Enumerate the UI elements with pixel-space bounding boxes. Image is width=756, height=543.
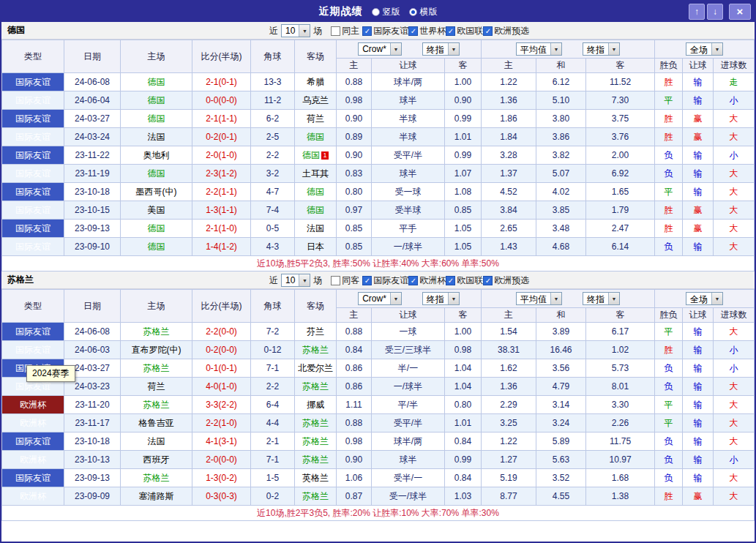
cell-avg-home: 3.84	[482, 201, 536, 220]
cell-odds-home: 0.80	[337, 183, 372, 201]
cell-score: 2-1(1-1)	[192, 110, 251, 128]
results-table: 类型 日期 主场 比分(半场) 角球 客场 Crow* ▼ 终指	[1, 40, 755, 272]
cell-result: 胜	[655, 341, 683, 359]
cell-goals: 大	[714, 220, 755, 238]
cell-avg-home: 1.54	[482, 323, 536, 341]
scroll-down-button[interactable]: ↓	[707, 4, 723, 20]
cell-odds-away: 1.04	[445, 359, 482, 378]
checkbox-icon	[408, 26, 418, 36]
match-count-select[interactable]: 10 ▼	[281, 24, 310, 37]
match-row: 欧洲杯23-10-13西班牙2-0(0-0)7-1苏格兰0.90球半0.991.…	[2, 451, 755, 469]
match-count-value: 10	[282, 25, 299, 37]
average-select[interactable]: 平均值 ▼	[516, 292, 562, 305]
cell-away-team: 苏格兰	[295, 487, 337, 506]
cell-corners: 7-1	[251, 359, 295, 378]
cell-avg-home: 4.52	[482, 183, 536, 201]
cell-handicap-result: 赢	[683, 220, 714, 238]
scroll-up-button[interactable]: ↑	[689, 4, 705, 20]
col-date-header: 日期	[64, 40, 121, 73]
competition-checkbox[interactable]: 世界杯	[408, 25, 446, 37]
bookmaker-select[interactable]: Crow* ▼	[358, 292, 402, 305]
sub-result-header: 胜负	[655, 59, 683, 73]
average-stage-select[interactable]: 终指 ▼	[583, 292, 620, 305]
cell-result: 负	[655, 359, 683, 378]
chevron-down-icon: ▼	[299, 25, 310, 37]
cell-home-team: 苏格兰	[121, 359, 192, 378]
layout-radio-vertical[interactable]: 竖版	[372, 6, 400, 18]
team-name: 德国	[1, 24, 25, 37]
col-date-header: 日期	[64, 290, 121, 323]
cell-goals: 大	[714, 432, 755, 451]
competition-checkbox[interactable]: 欧国联	[446, 25, 483, 37]
checkbox-icon	[331, 26, 340, 36]
cell-avg-draw: 3.82	[536, 146, 586, 165]
competition-checkbox[interactable]: 欧国联	[446, 274, 483, 287]
competition-checkbox[interactable]: 欧洲杯	[408, 274, 446, 287]
cell-goals: 大	[714, 238, 755, 256]
competition-checkbox[interactable]: 欧洲预选	[483, 274, 529, 287]
near-label: 近	[269, 25, 278, 37]
cell-avg-draw: 6.12	[536, 73, 586, 91]
odds-stage-select[interactable]: 终指 ▼	[422, 42, 460, 56]
cell-goals: 大	[714, 110, 755, 128]
cell-avg-away: 10.97	[586, 451, 655, 469]
same-venue-checkbox[interactable]: 同客	[331, 274, 359, 287]
cell-avg-draw: 3.48	[536, 220, 586, 238]
cell-corners: 0-2	[251, 487, 295, 506]
cell-home-team: 德国	[121, 238, 192, 256]
scope-select[interactable]: 全场 ▼	[686, 42, 723, 56]
odds-stage-select[interactable]: 终指 ▼	[422, 292, 460, 305]
col-away-header: 客场	[295, 40, 337, 73]
close-button[interactable]: ×	[729, 4, 751, 20]
bookmaker-value: Crow*	[359, 43, 390, 55]
average-select[interactable]: 平均值 ▼	[516, 42, 562, 56]
col-type-header: 类型	[2, 290, 64, 323]
competition-checkbox[interactable]: 国际友谊	[362, 25, 408, 37]
cell-home-team: 格鲁吉亚	[121, 414, 192, 432]
cell-avg-home: 1.43	[482, 238, 536, 256]
cell-score: 2-2(0-0)	[192, 323, 251, 341]
cell-avg-draw: 4.79	[536, 378, 586, 396]
cell-score: 2-3(1-2)	[192, 165, 251, 183]
same-venue-checkbox[interactable]: 同主	[331, 25, 359, 37]
layout-radio-horizontal[interactable]: 横版	[409, 6, 438, 18]
sub-home-odds-header: 主	[337, 308, 372, 323]
cell-odds-away: 1.08	[445, 183, 482, 201]
cell-score: 4-1(3-1)	[192, 432, 251, 451]
chevron-down-icon: ▼	[448, 43, 459, 55]
filter-bar: 近 10 ▼ 场 同主 国际友谊世界杯欧国联欧洲预选	[269, 22, 529, 40]
cell-away-team: 苏格兰	[295, 341, 337, 359]
match-count-select[interactable]: 10 ▼	[281, 274, 310, 287]
cell-date: 23-09-10	[64, 238, 121, 256]
cell-odds-away: 0.85	[445, 201, 482, 220]
cell-date: 24-06-08	[64, 73, 121, 91]
sub-handicap-header: 让球	[372, 59, 445, 73]
cell-result: 胜	[655, 128, 683, 146]
cell-handicap-result: 输	[683, 323, 714, 341]
match-row: 国际友谊24-03-27德国2-1(1-1)6-2荷兰0.90半球0.991.8…	[2, 110, 755, 128]
scope-select[interactable]: 全场 ▼	[686, 292, 723, 305]
cell-date: 24-06-03	[64, 341, 121, 359]
cell-date: 23-09-09	[64, 487, 121, 506]
match-row: 国际友谊23-10-18墨西哥(中)2-2(1-1)4-7德国0.80受一球1.…	[2, 183, 755, 201]
col-score-header: 比分(半场)	[192, 40, 251, 73]
cell-away-team: 苏格兰	[295, 414, 337, 432]
cell-odds-away: 1.05	[445, 238, 482, 256]
competition-checkbox[interactable]: 国际友谊	[362, 274, 408, 287]
cell-corners: 0-12	[251, 341, 295, 359]
bookmaker-select[interactable]: Crow* ▼	[358, 42, 402, 56]
chevron-down-icon: ▼	[711, 43, 722, 55]
cell-date: 23-11-17	[64, 414, 121, 432]
cell-away-team: 土耳其	[295, 165, 337, 183]
cell-goals: 大	[714, 378, 755, 396]
cell-home-team: 苏格兰	[121, 396, 192, 414]
average-stage-select[interactable]: 终指 ▼	[583, 42, 620, 56]
chevron-down-icon: ▼	[390, 43, 401, 55]
competition-checkbox[interactable]: 欧洲预选	[483, 25, 529, 37]
cell-corners: 6-4	[251, 396, 295, 414]
cell-score: 2-2(1-1)	[192, 183, 251, 201]
cell-goals: 小	[714, 359, 755, 378]
cell-odds-home: 0.85	[337, 238, 372, 256]
cell-handicap-result: 输	[683, 238, 714, 256]
cell-goals: 小	[714, 451, 755, 469]
